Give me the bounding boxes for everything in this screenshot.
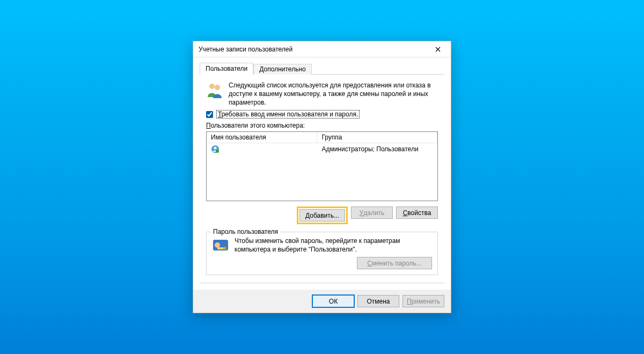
require-login-label: Требовать ввод имени пользователя и паро… [216, 110, 360, 119]
cancel-button[interactable]: Отмена [357, 295, 399, 307]
password-groupbox: Пароль пользователя Чтобы изменить свой … [206, 232, 438, 275]
users-icon [206, 81, 223, 98]
remove-button[interactable]: Удалить [351, 206, 393, 219]
close-button[interactable] [429, 43, 447, 55]
titlebar: Учетные записи пользователей [193, 41, 451, 57]
svg-point-8 [223, 247, 226, 250]
users-table[interactable]: Имя пользователя Группа Администр [206, 131, 438, 201]
svg-point-6 [215, 242, 220, 248]
change-password-button[interactable]: Сменить пароль... [357, 257, 432, 269]
description-text: Следующий список используется для предос… [229, 81, 438, 107]
window-title: Учетные записи пользователей [199, 46, 292, 53]
table-row[interactable]: Администраторы; Пользователи [207, 143, 437, 155]
cell-group: Администраторы; Пользователи [317, 143, 437, 155]
require-login-checkbox[interactable] [206, 111, 213, 118]
svg-point-4 [216, 150, 219, 153]
dialog-button-row: ОК Отмена Применить [193, 290, 451, 313]
svg-point-1 [215, 85, 220, 90]
tab-bar: Пользователи Дополнительно [200, 63, 444, 75]
close-icon [435, 47, 441, 52]
col-header-username[interactable]: Имя пользователя [207, 132, 317, 143]
tab-users[interactable]: Пользователи [200, 63, 253, 75]
cell-username [207, 143, 317, 155]
user-icon [211, 145, 219, 153]
add-button[interactable]: Добавить... [299, 209, 345, 222]
dialog-content: Пользователи Дополнительно Следующий спи… [193, 57, 451, 290]
user-accounts-dialog: Учетные записи пользователей Пользовател… [193, 41, 451, 313]
separator [200, 283, 444, 283]
add-button-highlight: Добавить... [297, 206, 348, 224]
description-row: Следующий список используется для предос… [200, 80, 444, 110]
password-text: Чтобы изменить свой пароль, перейдите к … [235, 237, 432, 254]
tab-advanced[interactable]: Дополнительно [253, 64, 311, 75]
ok-button[interactable]: ОК [312, 295, 354, 307]
col-header-group[interactable]: Группа [317, 132, 437, 143]
properties-button[interactable]: Свойства [396, 206, 438, 219]
users-list-label: Пользователи этого компьютера: [200, 122, 444, 131]
groupbox-legend: Пароль пользователя [211, 228, 280, 235]
svg-point-0 [209, 84, 215, 89]
keys-icon [212, 237, 229, 254]
table-buttons-row: Добавить... Удалить Свойства [200, 201, 444, 231]
svg-point-3 [214, 147, 217, 150]
table-header: Имя пользователя Группа [207, 132, 437, 143]
require-login-checkbox-row: Требовать ввод имени пользователя и паро… [200, 110, 444, 122]
apply-button[interactable]: Применить [402, 295, 444, 307]
